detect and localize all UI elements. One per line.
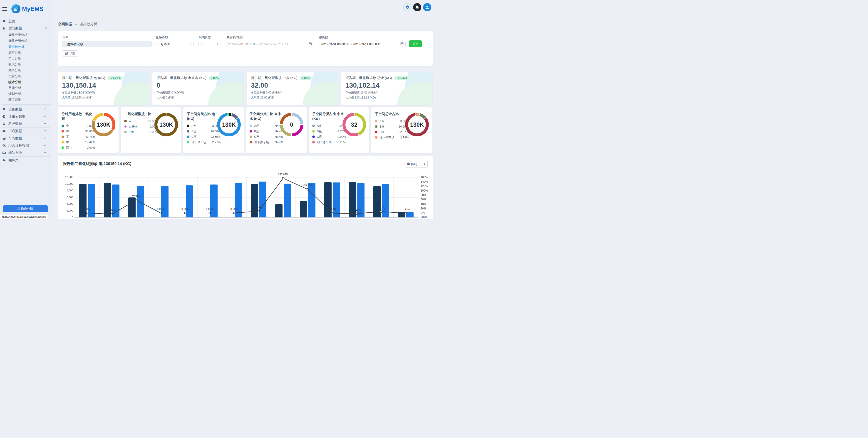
breadcrumb: 空间数据 » 碳排放分析 <box>58 22 433 27</box>
kpi-card-3: 报告期二氧化碳排放 总计 (KG)↑71.26%130,182.14单位面积值 … <box>341 72 432 105</box>
legend-color-dot <box>62 135 64 138</box>
export-icon <box>65 52 68 55</box>
legend-color-dot <box>62 141 64 143</box>
sidebar-subitem-能耗分类分析[interactable]: 能耗分类分析 <box>8 32 51 38</box>
donut-center-value: 130K <box>222 122 236 128</box>
sidebar-subitem-效率分析[interactable]: 效率分析 <box>8 67 51 73</box>
upgrade-button[interactable]: 采购企业版 <box>3 205 48 212</box>
period-type-select[interactable]: 日 ▲▼ <box>198 41 220 47</box>
sidebar-item-门店数据[interactable]: 门店数据 <box>2 128 50 135</box>
sidebar-item-总览[interactable]: 总览 <box>0 18 51 25</box>
legend-item-B座[interactable]: B座10.69% <box>375 125 409 128</box>
legend-item-地下停车场[interactable]: 地下停车场2.77% <box>187 140 220 144</box>
legend-item-峰[interactable]: 峰33.80% <box>62 130 95 133</box>
chart-line-point <box>184 212 186 214</box>
legend-item-平[interactable]: 平47.78% <box>62 135 95 138</box>
legend-color-dot <box>375 136 377 139</box>
legend-item-谷[interactable]: 谷18.42% <box>62 140 95 144</box>
sidebar-item-计量表数据[interactable]: 计量表数据 <box>2 113 50 120</box>
legend-label: B座 <box>317 130 322 133</box>
notifications-bell-icon[interactable] <box>413 3 421 11</box>
legend-label: 电 <box>129 120 132 123</box>
legend-item-地下停车场[interactable]: 地下停车场56.25% <box>312 140 346 144</box>
chart-line-label: 6.17% <box>372 206 390 209</box>
legend-item-C座[interactable]: C座0.00% <box>312 135 346 138</box>
legend-label: 地下停车场 <box>254 140 269 144</box>
sidebar-subitem-收入分析[interactable]: 收入分析 <box>8 61 51 67</box>
brand-name: MyEMS <box>22 5 43 12</box>
legend-item-B座[interactable]: B座43.75% <box>312 130 346 133</box>
sidebar-subitem-统计分析[interactable]: 统计分析 <box>8 79 51 85</box>
legend-color-dot <box>124 131 127 133</box>
legend-item-C座[interactable]: C座NaN% <box>250 135 283 138</box>
sidebar-item-label: 总览 <box>8 19 48 23</box>
user-avatar[interactable] <box>423 3 431 11</box>
legend-item-中水[interactable]: 中水0.02% <box>124 130 158 134</box>
breadcrumb-section-link[interactable]: 空间数据 <box>58 22 72 26</box>
sidebar-subitem-碳排放分析[interactable]: 碳排放分析 <box>8 43 51 49</box>
legend-color-dot <box>62 146 64 149</box>
brand-row: MyEMS <box>0 0 51 14</box>
legend-label: A座 <box>191 124 196 128</box>
export-button[interactable]: 导出 <box>62 50 78 57</box>
legend-item-A座[interactable]: A座NaN% <box>250 124 283 128</box>
chart-line-point <box>355 213 358 214</box>
legend-item-地下停车场[interactable]: 地下停车场2.78% <box>375 136 409 139</box>
legend-label: 地下停车场 <box>379 136 394 139</box>
space-input[interactable] <box>62 41 152 47</box>
sidebar-subitem-计划分析[interactable]: 计划分析 <box>8 91 51 97</box>
sidebar-subitem-能耗分项分析[interactable]: 能耗分项分析 <box>8 38 51 43</box>
legend-item-C座[interactable]: C座82.59% <box>187 135 220 138</box>
meter-pie-icon <box>2 115 7 119</box>
submit-button[interactable]: 提交 <box>409 40 422 47</box>
sidebar-item-空间数据[interactable]: 空间数据 <box>0 25 51 32</box>
legend-item-深谷[interactable]: 深谷0.00% <box>62 146 95 149</box>
sidebar-subitem-节能分析[interactable]: 节能分析 <box>8 85 51 91</box>
sidebar-item-租户数据[interactable]: 租户数据 <box>2 120 50 127</box>
legend-percentage: 2.78% <box>400 136 409 139</box>
legend-percentage: 0.00% <box>338 135 346 138</box>
report-period-value: 2025-03-01 00:00:00 ~ 2025-03-14 07:58:1… <box>321 42 381 46</box>
legend-item-A座[interactable]: A座3.96% <box>187 124 220 128</box>
kpi-title: 报告期二氧化碳排放 电 (KG) <box>62 76 105 80</box>
legend-item-A座[interactable]: A座3.96% <box>375 120 409 123</box>
legend-label: A座 <box>254 124 259 128</box>
donut-chart: 130K <box>405 113 429 136</box>
donut-card-5: 子空间总计占比A座3.96%B座10.69%C座82.57%地下停车场2.78%… <box>371 107 432 154</box>
sidebar-item-辅助系统[interactable]: 辅助系统 <box>2 149 50 156</box>
sidebar-subitem-负荷分析[interactable]: 负荷分析 <box>8 73 51 79</box>
kpi-per-area: 单位面积值 0.00 (KG/M²) <box>251 91 334 95</box>
sidebar-nav: 总览空间数据能耗分类分析能耗分项分析碳排放分析成本分析产出分析收入分析效率分析负… <box>0 18 51 164</box>
legend-label: B座 <box>191 130 196 133</box>
settings-gear-icon[interactable] <box>403 3 411 11</box>
legend-item-A座[interactable]: A座0.00% <box>312 124 346 128</box>
sidebar-item-组合设备数据[interactable]: 组合设备数据 <box>2 142 50 149</box>
space-label: 空间 <box>62 36 152 40</box>
chart-line-label: 155.65% <box>274 173 292 176</box>
kpi-per-area: 单位面积值 13.02 (KG/M²) <box>62 91 145 95</box>
myems-logo[interactable]: MyEMS <box>11 4 43 13</box>
base-period-input[interactable]: 2025-02-01 00:00:00 ~ 2025-02-14 07:58:1… <box>226 41 314 47</box>
sidebar-item-知识库[interactable]: 知识库 <box>2 157 50 164</box>
kpi-cards-row: 报告期二氧化碳排放 电 (KG)↑71.21%130,150.14单位面积值 1… <box>58 72 433 105</box>
chart-line-point <box>331 212 333 214</box>
comparison-type-select[interactable]: 上月环比 ▲▼ <box>156 41 194 47</box>
sidebar-subitem-环境监测[interactable]: 环境监测 <box>8 97 51 103</box>
legend-item-尖[interactable]: 尖0.00% <box>62 124 95 128</box>
legend-item-自来水[interactable]: 自来水0.00% <box>124 125 158 128</box>
report-period-input[interactable]: 2025-03-01 00:00:00 ~ 2025-03-14 07:58:1… <box>319 41 406 47</box>
legend-label: C座 <box>317 135 322 138</box>
legend-item-C座[interactable]: C座82.57% <box>375 130 409 134</box>
sidebar-subitem-成本分析[interactable]: 成本分析 <box>8 49 51 55</box>
legend-item-B座[interactable]: B座10.68% <box>187 130 220 133</box>
menu-toggle-icon[interactable] <box>2 6 7 11</box>
chart-line-point <box>233 212 235 214</box>
sidebar-item-设备数据[interactable]: 设备数据 <box>2 106 50 113</box>
legend-item-B座[interactable]: B座NaN% <box>250 130 283 133</box>
sidebar-subitem-产出分析[interactable]: 产出分析 <box>8 55 51 61</box>
sidebar-item-车间数据[interactable]: 车间数据 <box>2 135 50 142</box>
sidebar-item-label: 门店数据 <box>8 129 43 133</box>
legend-item-电[interactable]: 电99.98% <box>124 120 158 123</box>
legend-item-地下停车场[interactable]: 地下停车场NaN% <box>250 140 283 144</box>
chevron-down-icon <box>43 144 46 147</box>
